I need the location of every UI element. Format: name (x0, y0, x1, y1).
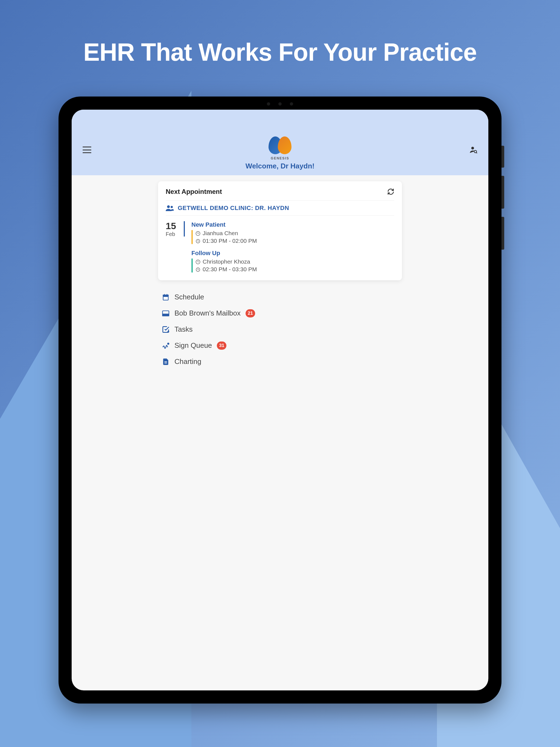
main-content: Next Appointment GETWELL DEMO CLINIC: DR… (72, 175, 488, 690)
svg-line-2 (476, 153, 477, 153)
svg-point-18 (168, 343, 169, 344)
svg-rect-13 (163, 297, 168, 300)
time-row: 02:30 PM - 03:30 PM (196, 266, 257, 273)
svg-rect-19 (164, 361, 167, 362)
nav-label: Sign Queue (175, 341, 212, 350)
next-appointment-card: Next Appointment GETWELL DEMO CLINIC: DR… (158, 181, 402, 280)
welcome-text: Welcome, Dr Haydn! (246, 162, 314, 170)
svg-point-0 (472, 147, 474, 150)
nav-charting[interactable]: Charting (162, 357, 402, 366)
clinic-name: GETWELL DEMO CLINIC: DR. HAYDN (178, 205, 289, 212)
signature-icon (162, 342, 170, 350)
appointment-item[interactable]: Follow Up Christopher Khoza (192, 250, 394, 273)
patient-name-row: Jianhua Chen (196, 230, 257, 236)
nav-label: Tasks (175, 325, 193, 334)
card-title: Next Appointment (166, 188, 222, 196)
app-header: GENESIS Welcome, Dr Haydn! (72, 110, 488, 175)
appointment-color-bar (192, 258, 193, 273)
svg-point-3 (167, 205, 170, 208)
nav-mailbox[interactable]: Bob Brown's Mailbox 21 (162, 309, 402, 317)
date-month: Feb (166, 231, 175, 237)
person-icon (196, 231, 200, 236)
appointment-type: Follow Up (192, 250, 394, 257)
svg-rect-20 (164, 363, 167, 363)
tablet-frame: GENESIS Welcome, Dr Haydn! Next Appointm… (58, 97, 502, 703)
nav-sign-queue[interactable]: Sign Queue 31 (162, 341, 402, 350)
app-screen: GENESIS Welcome, Dr Haydn! Next Appointm… (72, 110, 488, 690)
badge: 31 (217, 341, 226, 350)
hero-title: EHR That Works For Your Practice (0, 0, 560, 67)
refresh-button[interactable] (387, 188, 394, 195)
badge: 21 (246, 309, 255, 317)
person-icon (196, 259, 200, 264)
tasks-icon (162, 326, 170, 333)
appointment-color-bar (192, 230, 193, 244)
svg-rect-15 (162, 314, 169, 316)
calendar-icon (162, 293, 170, 301)
logo-text: GENESIS (271, 156, 289, 160)
people-icon (166, 205, 174, 211)
patient-name-row: Christopher Khoza (196, 258, 257, 265)
menu-button[interactable] (82, 147, 91, 153)
nav-label: Schedule (175, 293, 204, 301)
search-patient-button[interactable] (469, 146, 478, 154)
clinic-selector[interactable]: GETWELL DEMO CLINIC: DR. HAYDN (166, 200, 394, 216)
mailbox-icon (162, 310, 170, 317)
app-logo: GENESIS (266, 135, 294, 160)
svg-point-4 (171, 206, 173, 208)
clock-icon (196, 267, 200, 272)
appointment-type: New Patient (192, 221, 394, 228)
svg-rect-10 (163, 294, 169, 296)
nav-label: Bob Brown's Mailbox (175, 309, 240, 317)
nav-list: Schedule Bob Brown's Mailbox 21 Tasks (158, 293, 402, 366)
nav-schedule[interactable]: Schedule (162, 293, 402, 301)
clock-icon (196, 238, 200, 243)
date-day: 15 (166, 221, 176, 231)
nav-tasks[interactable]: Tasks (162, 325, 402, 334)
svg-point-1 (474, 150, 477, 153)
document-icon (162, 358, 170, 366)
date-block: 15 Feb (166, 221, 185, 236)
nav-label: Charting (175, 357, 201, 366)
time-row: 01:30 PM - 02:00 PM (196, 238, 257, 244)
appointment-item[interactable]: New Patient Jianhua Chen (192, 221, 394, 244)
